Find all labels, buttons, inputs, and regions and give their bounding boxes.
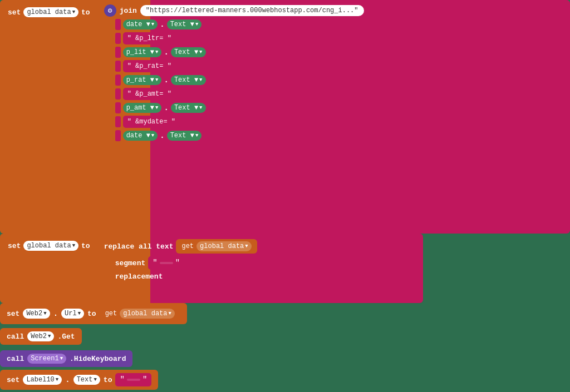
set-text: set (8, 8, 21, 17)
dot-4: . (164, 103, 168, 112)
web2-get-global-block[interactable]: get global data (100, 306, 180, 321)
gear-icon: ⚙ (104, 4, 116, 17)
section-web2: set Web2 . Url to get global data (0, 303, 187, 324)
set-web2-block: set Web2 . Url to get global data (0, 303, 187, 324)
url-value[interactable]: "https://lettered-manners.000webhostapp.… (140, 5, 364, 16)
row-date-text-last: date ▼ . Text ▼ (104, 130, 364, 141)
web2-call-dropdown[interactable]: Web2 (27, 331, 54, 341)
text-field-4[interactable]: Text ▼ (171, 103, 206, 113)
notch-9 (115, 130, 121, 141)
replace-all-text-row: replace all text get global data (104, 239, 257, 254)
date-var-1[interactable]: date ▼ (123, 19, 158, 29)
row-mydate-string: " &mydate= " (104, 116, 364, 128)
set-label: set global data to (2, 2, 96, 22)
quote-left-seg: " (153, 259, 157, 267)
call-screen-block: call Screen1 .HideKeyboard (0, 350, 132, 367)
text-label10-dropdown[interactable]: Text (73, 375, 100, 385)
label10-dropdown[interactable]: Label10 (23, 375, 62, 385)
get-method-text: .Get (57, 333, 75, 341)
join-row: ⚙ join "https://lettered-manners.000webh… (104, 4, 364, 17)
get-global-data-block[interactable]: get global data (176, 239, 257, 254)
replacement-row: replacement (104, 272, 257, 281)
hide-keyboard-text: .HideKeyboard (70, 355, 126, 363)
section-set-label: set Label10 . Text to " " (0, 370, 158, 390)
segment-row: segment " " (104, 256, 257, 270)
label10-value-block[interactable]: " " (115, 373, 151, 386)
label10-value[interactable] (127, 379, 140, 381)
global-data-dropdown[interactable]: global data (23, 7, 78, 17)
notch-8 (115, 116, 121, 127)
to-text: to (81, 8, 90, 17)
row-ltr-string: " &p_ltr= " (104, 32, 364, 44)
section-replace: set global data to replace all text get … (0, 234, 570, 284)
p-amt-var[interactable]: p_amt ▼ (123, 103, 162, 113)
ltr-string-value: " &p_ltr= " (127, 34, 171, 42)
quote-right-seg: " (175, 259, 180, 267)
join-label: join (120, 7, 137, 15)
to-web2-text: to (87, 310, 96, 318)
amt-string-value: " &p_amt= " (127, 90, 171, 98)
dot-web2: . (53, 309, 58, 318)
notch-2 (115, 33, 121, 44)
workspace: set global data to ⚙ join "https://lette… (0, 0, 570, 392)
set-label10-block: set Label10 . Text to " " (0, 370, 158, 390)
row-rat-string: " &p_rat= " (104, 60, 364, 72)
get-label: get (181, 242, 194, 250)
replace-set-label: set global data to (2, 236, 96, 256)
replace-set-text: set (8, 242, 21, 250)
quote-right-label10: " (142, 375, 147, 384)
segment-value[interactable] (160, 262, 173, 264)
dot-last: . (160, 131, 164, 140)
web2-dropdown[interactable]: Web2 (23, 309, 50, 319)
text-field-last[interactable]: Text ▼ (167, 131, 202, 141)
dot-3: . (164, 76, 168, 85)
text-field-1[interactable]: Text ▼ (167, 19, 202, 29)
amt-string-block[interactable]: " &p_amt= " (123, 88, 176, 100)
quote-left-label10: " (120, 375, 124, 384)
p-lit-var[interactable]: p_lit ▼ (123, 47, 162, 57)
replace-to-text: to (81, 242, 90, 250)
row-amt-string: " &p_amt= " (104, 88, 364, 100)
replacement-label: replacement (115, 272, 163, 281)
web2-global-dropdown[interactable]: global data (120, 309, 175, 319)
mydate-string-value: " &mydate= " (127, 118, 175, 126)
call-screen-text: call (7, 355, 24, 363)
url-dropdown[interactable]: Url (61, 309, 84, 319)
text-field-3[interactable]: Text ▼ (171, 75, 206, 85)
notch-5 (115, 75, 121, 86)
dot-label10: . (65, 375, 70, 384)
notch-6 (115, 88, 121, 100)
text-field-2[interactable]: Text ▼ (171, 47, 206, 57)
rat-string-value: " &p_rat= " (127, 62, 171, 70)
global-data-get-dropdown[interactable]: global data (196, 241, 252, 251)
notch-4 (115, 61, 121, 72)
notch-1 (115, 19, 121, 30)
replace-all-text-label: replace all text (104, 242, 174, 251)
date-var-last[interactable]: date ▼ (123, 131, 158, 141)
to-label10-text: to (104, 376, 112, 384)
set-web2-text: set (7, 310, 19, 318)
segment-label: segment (115, 259, 146, 267)
segment-string-block[interactable]: " " (148, 256, 184, 270)
screen1-dropdown[interactable]: Screen1 (27, 354, 66, 364)
section-call-web2: call Web2 .Get (0, 328, 82, 345)
section-top: set global data to ⚙ join "https://lette… (0, 0, 570, 147)
section-call-screen: call Screen1 .HideKeyboard (0, 350, 132, 367)
replace-global-data-dropdown[interactable]: global data (23, 241, 78, 251)
dot-1: . (160, 20, 164, 29)
call-web2-text: call (7, 333, 24, 341)
notch-3 (115, 47, 121, 58)
set-label10-text: set (7, 376, 19, 384)
row-p-lit: p_lit ▼ . Text ▼ (104, 47, 364, 58)
p-rat-var[interactable]: p_rat ▼ (123, 75, 162, 85)
rat-string-block[interactable]: " &p_rat= " (123, 60, 176, 72)
row-date-text: date ▼ . Text ▼ (104, 19, 364, 30)
dot-2: . (164, 48, 168, 57)
web2-get-label: get (105, 310, 117, 317)
row-p-amt: p_amt ▼ . Text ▼ (104, 102, 364, 113)
row-p-rat: p_rat ▼ . Text ▼ (104, 75, 364, 86)
call-web2-block: call Web2 .Get (0, 328, 82, 345)
ltr-string-block[interactable]: " &p_ltr= " (123, 32, 176, 44)
notch-7 (115, 102, 121, 113)
mydate-string-block[interactable]: " &mydate= " (123, 116, 180, 128)
